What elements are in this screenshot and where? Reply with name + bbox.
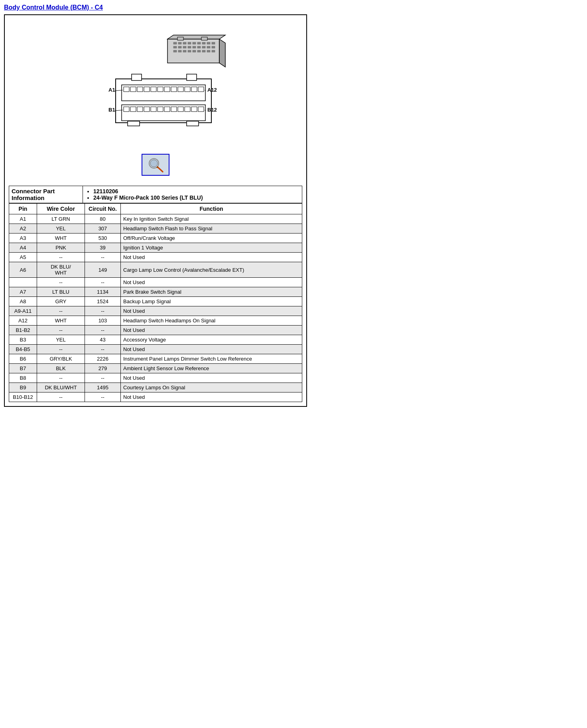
- cell-circuit: 1495: [85, 383, 121, 392]
- svg-rect-17: [197, 46, 201, 48]
- cell-pin: B6: [9, 354, 37, 364]
- cell-wire: GRY: [37, 297, 85, 306]
- cell-circuit: --: [85, 306, 121, 316]
- cell-wire: --: [37, 253, 85, 262]
- cell-pin: B7: [9, 364, 37, 373]
- table-row: B4-B5 -- -- Not Used: [9, 345, 302, 354]
- cell-pin: A3: [9, 234, 37, 243]
- svg-rect-60: [185, 107, 190, 112]
- table-row: B6 GRY/BLK 2226 Instrument Panel Lamps D…: [9, 354, 302, 364]
- cell-circuit: 530: [85, 234, 121, 243]
- cell-wire: PNK: [37, 243, 85, 253]
- pin-table-header: Pin Wire Color Circuit No. Function: [9, 204, 302, 214]
- svg-rect-6: [188, 42, 191, 44]
- svg-rect-20: [212, 46, 215, 48]
- svg-line-73: [158, 167, 163, 172]
- pin-table: Pin Wire Color Circuit No. Function A1 L…: [9, 203, 302, 402]
- header-wire: Wire Color: [37, 204, 85, 214]
- svg-point-72: [150, 160, 158, 167]
- connector-part-label: Connector Part Information: [9, 186, 83, 203]
- table-row: A2 YEL 307 Headlamp Switch Flash to Pass…: [9, 224, 302, 234]
- table-row: B8 -- -- Not Used: [9, 373, 302, 383]
- cell-pin: B8: [9, 373, 37, 383]
- svg-rect-16: [193, 46, 196, 48]
- svg-marker-1: [219, 39, 225, 67]
- cell-function: Headlamp Switch Flash to Pass Signal: [121, 224, 302, 234]
- svg-rect-52: [130, 107, 136, 112]
- table-row: B9 DK BLU/WHT 1495 Courtesy Lamps On Sig…: [9, 383, 302, 392]
- cell-pin: B9: [9, 383, 37, 392]
- cell-wire: YEL: [37, 335, 85, 345]
- cell-wire: --: [37, 392, 85, 402]
- page-title: Body Control Module (BCM) - C4: [4, 4, 307, 11]
- cell-pin: A2: [9, 224, 37, 234]
- svg-rect-22: [178, 50, 181, 52]
- cell-function: Not Used: [121, 326, 302, 335]
- svg-rect-5: [183, 42, 186, 44]
- cell-wire: LT BLU: [37, 287, 85, 297]
- svg-rect-21: [173, 50, 177, 52]
- part-description: 24-Way F Micro-Pack 100 Series (LT BLU): [93, 194, 299, 201]
- cell-function: Courtesy Lamps On Signal: [121, 383, 302, 392]
- cell-circuit: --: [85, 392, 121, 402]
- cell-function: Not Used: [121, 306, 302, 316]
- svg-rect-31: [201, 37, 207, 40]
- cell-wire: --: [37, 326, 85, 335]
- svg-rect-8: [197, 42, 201, 44]
- cell-wire: DK BLU/WHT: [37, 383, 85, 392]
- header-pin: Pin: [9, 204, 37, 214]
- table-row: B10-B12 -- -- Not Used: [9, 392, 302, 402]
- cell-pin: A12: [9, 316, 37, 326]
- cell-circuit: 2226: [85, 354, 121, 364]
- svg-rect-40: [137, 87, 143, 92]
- connector-part-values: 12110206 24-Way F Micro-Pack 100 Series …: [83, 186, 302, 203]
- part-number: 12110206: [93, 188, 299, 194]
- cell-function: Cargo Lamp Low Control (Avalanche/Escala…: [121, 262, 302, 278]
- cell-pin: A9-A11: [9, 306, 37, 316]
- table-row: A1 LT GRN 80 Key In Ignition Switch Sign…: [9, 214, 302, 224]
- svg-rect-18: [202, 46, 205, 48]
- svg-text:B1: B1: [108, 107, 115, 113]
- svg-rect-29: [212, 50, 215, 52]
- magnify-wrap: [142, 154, 169, 176]
- cell-wire: WHT: [37, 316, 85, 326]
- svg-marker-2: [167, 35, 225, 39]
- svg-rect-51: [124, 107, 129, 112]
- svg-rect-14: [183, 46, 186, 48]
- cell-circuit: 80: [85, 214, 121, 224]
- svg-rect-43: [158, 87, 163, 92]
- cell-function: Not Used: [121, 373, 302, 383]
- svg-rect-42: [151, 87, 156, 92]
- svg-rect-30: [177, 37, 183, 40]
- info-table: Connector Part Information 12110206 24-W…: [9, 186, 302, 203]
- svg-text:B12: B12: [207, 107, 217, 113]
- svg-rect-45: [171, 87, 177, 92]
- svg-rect-38: [124, 87, 129, 92]
- table-row: B3 YEL 43 Accessory Voltage: [9, 335, 302, 345]
- cell-wire: --: [37, 345, 85, 354]
- connector-part-row: Connector Part Information 12110206 24-W…: [9, 186, 302, 203]
- cell-function: Park Brake Switch Signal: [121, 287, 302, 297]
- svg-rect-4: [178, 42, 181, 44]
- cell-pin: B10-B12: [9, 392, 37, 402]
- cell-wire: --: [37, 373, 85, 383]
- svg-rect-19: [207, 46, 210, 48]
- header-circuit: Circuit No.: [85, 204, 121, 214]
- cell-circuit: --: [85, 253, 121, 262]
- cell-function: Ignition 1 Voltage: [121, 243, 302, 253]
- svg-rect-13: [178, 46, 181, 48]
- svg-rect-23: [183, 50, 186, 52]
- cell-wire: --: [37, 306, 85, 316]
- table-row: B1-B2 -- -- Not Used: [9, 326, 302, 335]
- svg-rect-12: [173, 46, 177, 48]
- cell-circuit: 1524: [85, 297, 121, 306]
- cell-function: Headlamp Switch Headlamps On Signal: [121, 316, 302, 326]
- table-row: -- -- Not Used: [9, 278, 302, 287]
- svg-rect-61: [191, 107, 197, 112]
- cell-function: Not Used: [121, 392, 302, 402]
- cell-circuit: --: [85, 278, 121, 287]
- svg-rect-55: [151, 107, 156, 112]
- svg-rect-49: [198, 87, 204, 92]
- cell-pin: A8: [9, 297, 37, 306]
- cell-pin: A5: [9, 253, 37, 262]
